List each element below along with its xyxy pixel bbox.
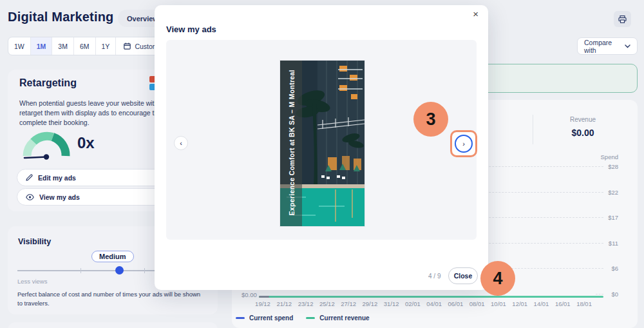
compare-with-label: Compare with	[584, 39, 625, 54]
stat-revenue-label: Revenue	[564, 116, 602, 123]
chart-left-axis-label: $0.00	[242, 291, 257, 298]
chevron-down-icon	[625, 44, 630, 48]
slider-knob[interactable]	[115, 266, 124, 275]
legend-label: Current revenue	[319, 314, 369, 322]
view-my-ads-modal: × View my ads	[155, 5, 488, 290]
y-axis-tick: $11	[567, 240, 618, 247]
x-axis-tick: 08/01	[469, 300, 485, 307]
ad-preview-image: Experience Comfort at BK SA – M Montreal	[279, 60, 365, 227]
x-axis-tick: 25/12	[319, 300, 335, 307]
retargeting-multiplier: 0x	[77, 134, 95, 152]
carousel-next-button[interactable]: ›	[455, 135, 473, 153]
x-axis-tick: 29/12	[362, 300, 377, 307]
compare-with-dropdown[interactable]: Compare with	[577, 37, 638, 55]
legend-item: Current revenue	[306, 314, 369, 322]
modal-title: View my ads	[166, 24, 216, 34]
modal-close-button[interactable]: Close	[448, 267, 478, 284]
time-range-group: 1W1M3M6M1Y Custom	[8, 37, 167, 55]
chart-legend: Current spendCurrent revenue	[236, 314, 370, 322]
calendar-icon	[124, 43, 131, 50]
legend-swatch	[236, 317, 245, 320]
view-my-ads-label: View my ads	[39, 193, 80, 201]
stat-revenue: Revenue $0.00	[564, 116, 602, 138]
x-axis-tick: 02/01	[405, 300, 421, 307]
x-axis-tick: 18/01	[576, 300, 592, 307]
time-range-1m[interactable]: 1M	[31, 37, 53, 55]
x-axis-tick: 14/01	[534, 300, 549, 307]
retargeting-gauge	[19, 128, 71, 160]
y-axis-tick: $6	[567, 265, 618, 272]
x-axis-tick: 16/01	[555, 300, 571, 307]
x-axis-tick: 21/12	[276, 300, 292, 307]
legend-swatch	[306, 317, 315, 320]
print-button[interactable]	[614, 11, 631, 27]
x-axis-tick: 27/12	[341, 300, 356, 307]
next-card-edge	[8, 322, 218, 328]
y-axis-tick: $22	[567, 189, 618, 196]
tutorial-step-3-badge: 3	[413, 102, 448, 137]
slider-note: Less views	[17, 278, 47, 285]
chevron-right-icon: ›	[462, 140, 465, 148]
printer-icon	[618, 15, 627, 23]
retargeting-title: Retargeting	[19, 77, 77, 89]
visibility-level-badge: Medium	[91, 251, 134, 262]
visibility-description: Perfect balance of cost and number of ti…	[17, 290, 204, 309]
x-axis-tick: 04/01	[426, 300, 442, 307]
chart-right-axis-title: Spend	[541, 153, 618, 160]
x-axis-tick: 31/12	[384, 300, 399, 307]
spend-line	[259, 296, 269, 298]
page-title: Digital Marketing	[8, 10, 114, 24]
y-axis-tick: $28	[567, 163, 618, 170]
time-range-1w[interactable]: 1W	[8, 37, 31, 55]
legend-label: Current spend	[249, 314, 293, 322]
legend-item: Current spend	[236, 314, 293, 322]
visibility-title: Visibility	[18, 237, 51, 246]
pencil-icon	[26, 174, 33, 181]
carousel-next-highlight: ›	[450, 130, 477, 157]
stat-revenue-value: $0.00	[564, 128, 602, 138]
time-range-6m[interactable]: 6M	[74, 37, 96, 55]
x-axis-tick: 06/01	[448, 300, 464, 307]
modal-close-label: Close	[454, 272, 473, 280]
chevron-left-icon: ‹	[180, 139, 182, 147]
y-axis-tick: $17	[567, 214, 618, 221]
eye-icon	[26, 194, 34, 200]
time-range-3m[interactable]: 3M	[52, 37, 74, 55]
edit-my-ads-label: Edit my ads	[38, 174, 76, 182]
tutorial-step-4-badge: 4	[480, 261, 515, 296]
x-axis-tick: 10/01	[491, 300, 506, 307]
stat-divider	[533, 115, 533, 144]
x-axis-tick: 23/12	[298, 300, 314, 307]
close-icon[interactable]: ×	[473, 9, 478, 19]
revenue-line	[259, 296, 603, 298]
carousel-prev-button[interactable]: ‹	[174, 136, 188, 150]
ad-caption: Experience Comfort at BK SA – M Montreal	[288, 70, 296, 215]
time-range-1y[interactable]: 1Y	[96, 37, 117, 55]
x-axis-tick: 19/12	[255, 300, 270, 307]
carousel-pagination: 4 / 9	[428, 273, 440, 280]
x-axis-tick: 12/01	[512, 300, 527, 307]
